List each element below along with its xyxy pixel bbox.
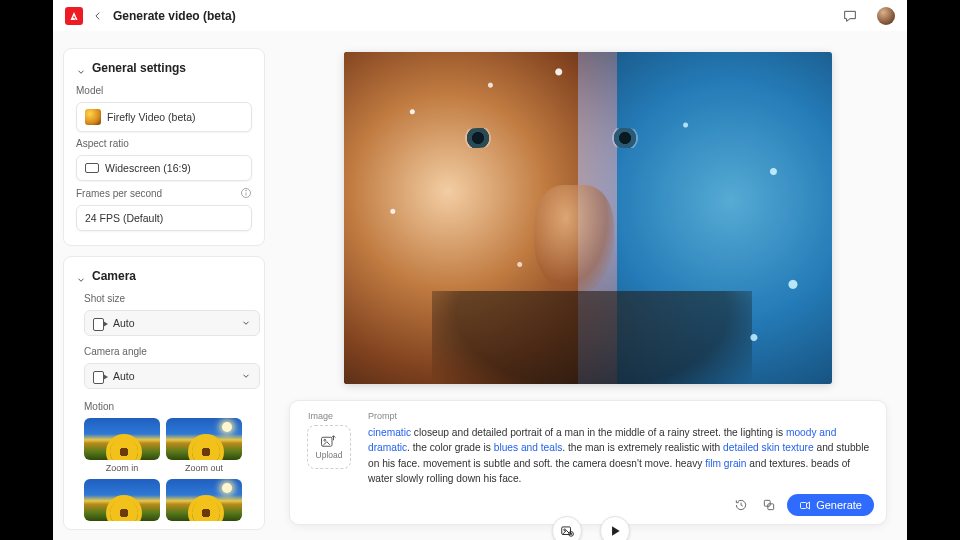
camera-title: Camera — [92, 269, 136, 283]
camera-panel: Camera Shot size Auto Camera angle Auto — [63, 256, 265, 530]
motion-thumb — [84, 479, 160, 521]
motion-thumb — [166, 479, 242, 521]
adobe-logo[interactable] — [65, 7, 83, 25]
chevron-down-icon — [241, 371, 251, 381]
camera-icon — [93, 371, 107, 382]
prompt-image-column: Image Upload — [304, 411, 354, 486]
model-select[interactable]: Firefly Video (beta) — [76, 102, 252, 132]
fps-label: Frames per second — [76, 188, 162, 199]
aspect-select[interactable]: Widescreen (16:9) — [76, 155, 252, 181]
add-image-button[interactable] — [552, 516, 582, 540]
prompt-text-column: Prompt cinematic closeup and detailed po… — [368, 411, 872, 486]
page-title: Generate video (beta) — [113, 9, 236, 23]
upload-label: Upload — [316, 450, 343, 460]
motion-label: Zoom in — [106, 463, 139, 473]
upload-icon — [320, 434, 338, 448]
svg-rect-6 — [768, 504, 774, 510]
svg-point-2 — [246, 190, 247, 191]
play-button[interactable] — [600, 516, 630, 540]
info-icon[interactable] — [240, 187, 252, 199]
fps-label-row: Frames per second — [76, 187, 252, 199]
enhance-prompt-icon[interactable] — [759, 495, 779, 515]
general-settings-panel: General settings Model Firefly Video (be… — [63, 48, 265, 246]
svg-point-4 — [324, 439, 326, 441]
chevron-down-icon — [76, 63, 86, 73]
motion-label: Zoom out — [185, 463, 223, 473]
aspect-ratio-icon — [85, 163, 99, 173]
image-label: Image — [304, 411, 333, 421]
motion-zoom-out[interactable]: Zoom out — [166, 418, 242, 473]
general-title: General settings — [92, 61, 186, 75]
topbar: Generate video (beta) — [53, 0, 907, 32]
panel-header-general[interactable]: General settings — [76, 61, 252, 75]
camera-icon — [93, 318, 107, 329]
shot-size-value: Auto — [113, 317, 135, 329]
back-button[interactable] — [91, 9, 105, 23]
history-icon[interactable] — [731, 495, 751, 515]
prompt-text[interactable]: cinematic closeup and detailed portrait … — [368, 425, 872, 486]
model-thumb-icon — [85, 109, 101, 125]
app-frame: Generate video (beta) General settings M… — [53, 0, 907, 540]
main: Image Upload Prompt cinematic closeup an… — [275, 32, 907, 540]
motion-label: Motion — [84, 401, 252, 412]
generate-button[interactable]: Generate — [787, 494, 874, 516]
fps-select[interactable]: 24 FPS (Default) — [76, 205, 252, 231]
motion-thumb — [84, 418, 160, 460]
model-value: Firefly Video (beta) — [107, 111, 196, 123]
camera-angle-label: Camera angle — [84, 346, 252, 357]
avatar[interactable] — [877, 7, 895, 25]
svg-rect-7 — [801, 503, 807, 509]
chevron-down-icon — [76, 271, 86, 281]
aspect-label: Aspect ratio — [76, 138, 252, 149]
generate-label: Generate — [816, 499, 862, 511]
prompt-label: Prompt — [368, 411, 872, 421]
upload-button[interactable]: Upload — [307, 425, 351, 469]
svg-point-9 — [564, 529, 566, 531]
motion-option[interactable] — [84, 479, 160, 521]
video-preview[interactable] — [344, 52, 832, 384]
panel-header-camera[interactable]: Camera — [76, 269, 252, 283]
sidebar: General settings Model Firefly Video (be… — [53, 32, 275, 540]
model-label: Model — [76, 85, 252, 96]
prompt-actions: Generate — [731, 494, 874, 516]
motion-thumb — [166, 418, 242, 460]
motion-zoom-in[interactable]: Zoom in — [84, 418, 160, 473]
shot-size-label: Shot size — [84, 293, 252, 304]
fps-value: 24 FPS (Default) — [85, 212, 163, 224]
camera-angle-value: Auto — [113, 370, 135, 382]
float-controls — [552, 516, 630, 540]
camera-angle-select[interactable]: Auto — [84, 363, 260, 389]
feedback-icon[interactable] — [841, 7, 859, 25]
shot-size-select[interactable]: Auto — [84, 310, 260, 336]
prompt-bar: Image Upload Prompt cinematic closeup an… — [289, 400, 887, 525]
aspect-value: Widescreen (16:9) — [105, 162, 191, 174]
chevron-down-icon — [241, 318, 251, 328]
content: General settings Model Firefly Video (be… — [53, 32, 907, 540]
motion-option[interactable] — [166, 479, 242, 521]
svg-rect-5 — [764, 501, 770, 507]
